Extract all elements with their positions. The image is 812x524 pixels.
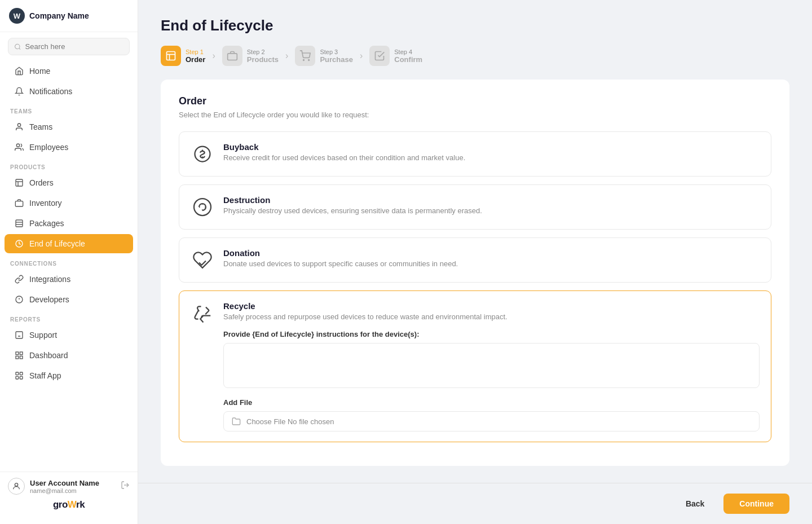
- sidebar-item-home[interactable]: Home: [5, 61, 133, 81]
- step-1-icon: [161, 46, 181, 66]
- file-input-label[interactable]: Choose File No file chosen: [246, 417, 334, 426]
- sidebar-item-dashboard-label: Dashboard: [29, 351, 68, 360]
- stepper: Step 1 Order › Step 2 Products ›: [161, 46, 789, 66]
- step-2-text: Step 2 Products: [247, 49, 279, 64]
- sidebar-item-staff-app-label: Staff App: [29, 371, 61, 380]
- sidebar-item-orders[interactable]: Orders: [5, 173, 133, 192]
- search-bar[interactable]: [8, 38, 130, 55]
- recycle-expanded: Provide {End of Lifecycle} instructions …: [223, 330, 760, 431]
- sidebar-item-employees[interactable]: Employees: [5, 138, 133, 157]
- growrk-logo: groWrk: [8, 495, 130, 513]
- folder-icon: [232, 417, 241, 426]
- step-4-icon: [369, 46, 390, 66]
- company-logo-icon: W: [9, 8, 25, 24]
- destruction-desc: Physically destroy used devices, ensurin…: [223, 206, 482, 215]
- page-title: End of Lifecycle: [161, 17, 789, 34]
- option-buyback[interactable]: Buyback Receive credit for used devices …: [179, 131, 771, 177]
- continue-button[interactable]: Continue: [723, 494, 789, 514]
- svg-point-0: [15, 44, 20, 49]
- dashboard-icon: [15, 351, 24, 360]
- svg-rect-18: [20, 356, 23, 359]
- back-button[interactable]: Back: [676, 494, 714, 513]
- svg-rect-29: [227, 54, 237, 60]
- option-recycle[interactable]: Recycle Safely process and repurpose use…: [179, 290, 771, 442]
- main-content: End of Lifecycle Step 1 Order › S: [138, 0, 812, 483]
- footer-bar: Back Continue: [138, 483, 812, 524]
- sidebar-item-teams-label: Teams: [29, 122, 52, 131]
- destruction-info: Destruction Physically destroy used devi…: [223, 195, 482, 215]
- sidebar-item-orders-label: Orders: [29, 178, 54, 187]
- svg-point-31: [308, 60, 310, 61]
- sidebar-item-dashboard[interactable]: Dashboard: [5, 346, 133, 365]
- logout-icon[interactable]: [121, 481, 130, 492]
- chevron-2-icon: ›: [285, 51, 288, 61]
- svg-line-1: [19, 48, 20, 49]
- sidebar-item-integrations-label: Integrations: [29, 275, 70, 284]
- step-4-num: Step 4: [394, 49, 422, 55]
- user-row: User Account Name name@mail.com: [8, 478, 130, 495]
- svg-rect-15: [16, 332, 23, 338]
- instructions-label: Provide {End of Lifecycle} instructions …: [223, 330, 760, 338]
- svg-point-2: [17, 124, 20, 126]
- user-avatar: [8, 478, 25, 495]
- add-file-label: Add File: [223, 398, 760, 407]
- sidebar-item-developers[interactable]: Developers: [5, 290, 133, 309]
- search-input[interactable]: [25, 42, 123, 51]
- svg-rect-26: [167, 52, 175, 60]
- svg-rect-21: [20, 372, 23, 375]
- svg-point-3: [16, 144, 19, 147]
- sidebar-item-packages[interactable]: Packages: [5, 214, 133, 233]
- staff-app-icon: [15, 371, 24, 380]
- step-3-text: Step 3 Purchase: [320, 49, 353, 64]
- recycle-desc: Safely process and repurpose used device…: [223, 312, 760, 321]
- file-input-row[interactable]: Choose File No file chosen: [223, 411, 760, 431]
- step-3-num: Step 3: [320, 49, 353, 55]
- step-3-icon: [295, 46, 315, 66]
- svg-rect-4: [16, 179, 23, 186]
- section-label-reports: REPORTS: [0, 310, 138, 325]
- instructions-textarea[interactable]: [223, 343, 760, 388]
- sidebar-item-staff-app[interactable]: Staff App: [5, 366, 133, 385]
- order-card: Order Select the End of Lifecycle order …: [161, 80, 789, 466]
- bell-icon: [15, 87, 24, 96]
- section-label-connections: CONNECTIONS: [0, 254, 138, 269]
- step-1: Step 1 Order: [161, 46, 205, 66]
- packages-icon: [15, 219, 24, 228]
- sidebar: W Company Name Home Notifications TEAMS …: [0, 0, 138, 524]
- buyback-desc: Receive credit for used devices based on…: [223, 153, 465, 162]
- chevron-3-icon: ›: [360, 51, 363, 61]
- step-4-text: Step 4 Confirm: [394, 49, 422, 64]
- svg-rect-17: [20, 352, 23, 355]
- buyback-title: Buyback: [223, 142, 465, 152]
- company-name: Company Name: [29, 11, 89, 20]
- svg-rect-8: [16, 220, 23, 227]
- integrations-icon: [15, 275, 24, 284]
- step-2-icon: [222, 46, 242, 66]
- step-2-num: Step 2: [247, 49, 279, 55]
- sidebar-item-support[interactable]: Support: [5, 325, 133, 345]
- sidebar-item-end-of-lifecycle-label: End of Lifecycle: [29, 239, 85, 248]
- sidebar-item-inventory[interactable]: Inventory: [5, 193, 133, 213]
- developers-icon: [15, 295, 24, 304]
- svg-rect-22: [16, 376, 19, 379]
- sidebar-item-home-label: Home: [29, 67, 50, 76]
- sidebar-item-employees-label: Employees: [29, 143, 68, 152]
- sidebar-item-notifications-label: Notifications: [29, 87, 72, 96]
- buyback-info: Buyback Receive credit for used devices …: [223, 142, 465, 162]
- recycle-icon: [191, 301, 214, 325]
- option-donation[interactable]: Donation Donate used devices to support …: [179, 237, 771, 283]
- donation-title: Donation: [223, 248, 458, 258]
- sidebar-item-teams[interactable]: Teams: [5, 117, 133, 136]
- sidebar-item-packages-label: Packages: [29, 219, 64, 228]
- sidebar-user-section: User Account Name name@mail.com groWrk: [0, 472, 138, 518]
- step-2: Step 2 Products: [222, 46, 279, 66]
- step-3-label: Purchase: [320, 55, 353, 64]
- option-destruction[interactable]: Destruction Physically destroy used devi…: [179, 184, 771, 230]
- user-name: User Account Name: [30, 479, 116, 487]
- orders-icon: [15, 178, 24, 187]
- buyback-icon: [191, 142, 214, 166]
- sidebar-item-integrations[interactable]: Integrations: [5, 270, 133, 289]
- sidebar-item-notifications[interactable]: Notifications: [5, 82, 133, 101]
- donation-icon: [191, 248, 214, 272]
- sidebar-item-end-of-lifecycle[interactable]: End of Lifecycle: [5, 234, 133, 253]
